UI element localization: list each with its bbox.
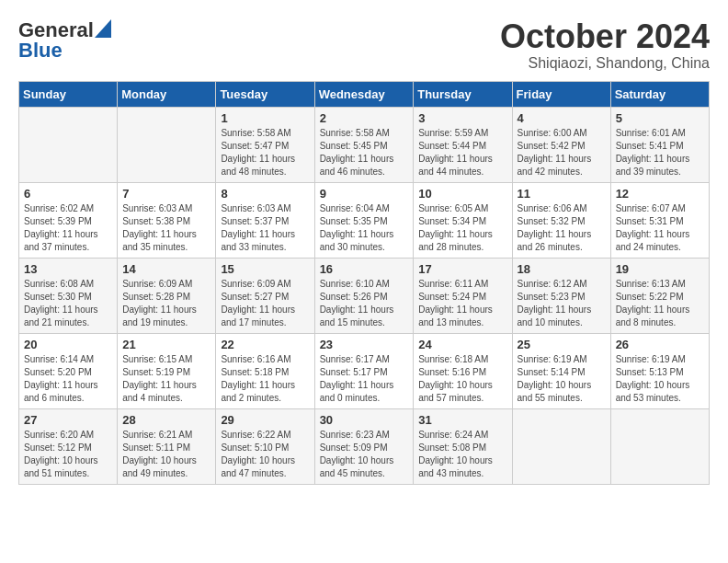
day-number: 31 bbox=[418, 413, 506, 427]
calendar-cell: 17Sunrise: 6:11 AMSunset: 5:24 PMDayligh… bbox=[414, 258, 512, 333]
day-info: Sunrise: 6:22 AMSunset: 5:10 PMDaylight:… bbox=[221, 429, 309, 480]
day-number: 21 bbox=[122, 338, 210, 351]
day-info: Sunrise: 6:23 AMSunset: 5:09 PMDaylight:… bbox=[320, 429, 409, 480]
calendar-cell bbox=[118, 107, 216, 182]
month-title: October 2024 bbox=[500, 18, 710, 55]
day-number: 19 bbox=[616, 262, 704, 276]
calendar-week-row: 27Sunrise: 6:20 AMSunset: 5:12 PMDayligh… bbox=[19, 408, 710, 484]
day-number: 11 bbox=[518, 187, 606, 201]
calendar-cell: 4Sunrise: 6:00 AMSunset: 5:42 PMDaylight… bbox=[512, 107, 610, 182]
day-info: Sunrise: 6:17 AMSunset: 5:17 PMDaylight:… bbox=[320, 353, 409, 405]
calendar-cell: 29Sunrise: 6:22 AMSunset: 5:10 PMDayligh… bbox=[216, 408, 314, 484]
day-number: 10 bbox=[418, 187, 506, 201]
calendar-cell: 23Sunrise: 6:17 AMSunset: 5:17 PMDayligh… bbox=[314, 333, 414, 408]
day-number: 5 bbox=[616, 111, 704, 125]
day-number: 30 bbox=[320, 413, 409, 427]
day-info: Sunrise: 6:04 AMSunset: 5:35 PMDaylight:… bbox=[320, 202, 409, 254]
weekday-header-monday: Monday bbox=[118, 81, 216, 107]
logo: General Blue bbox=[18, 18, 111, 63]
day-info: Sunrise: 6:12 AMSunset: 5:23 PMDaylight:… bbox=[518, 278, 606, 329]
day-info: Sunrise: 6:19 AMSunset: 5:13 PMDaylight:… bbox=[616, 353, 704, 405]
location-title: Shiqiaozi, Shandong, China bbox=[500, 55, 710, 72]
day-number: 1 bbox=[221, 111, 309, 125]
day-number: 12 bbox=[616, 187, 704, 201]
calendar-table: SundayMondayTuesdayWednesdayThursdayFrid… bbox=[18, 81, 710, 485]
day-info: Sunrise: 6:02 AMSunset: 5:39 PMDaylight:… bbox=[24, 202, 112, 254]
day-number: 18 bbox=[518, 262, 606, 276]
calendar-cell bbox=[610, 408, 709, 484]
day-info: Sunrise: 6:07 AMSunset: 5:31 PMDaylight:… bbox=[616, 202, 704, 254]
calendar-cell: 14Sunrise: 6:09 AMSunset: 5:28 PMDayligh… bbox=[118, 258, 216, 333]
day-number: 2 bbox=[320, 111, 409, 125]
calendar-week-row: 1Sunrise: 5:58 AMSunset: 5:47 PMDaylight… bbox=[19, 107, 710, 182]
calendar-cell: 10Sunrise: 6:05 AMSunset: 5:34 PMDayligh… bbox=[414, 182, 512, 258]
day-info: Sunrise: 5:58 AMSunset: 5:45 PMDaylight:… bbox=[320, 127, 409, 178]
day-info: Sunrise: 6:13 AMSunset: 5:22 PMDaylight:… bbox=[616, 278, 704, 329]
day-number: 9 bbox=[320, 187, 409, 201]
day-info: Sunrise: 6:09 AMSunset: 5:28 PMDaylight:… bbox=[122, 278, 210, 329]
weekday-header-row: SundayMondayTuesdayWednesdayThursdayFrid… bbox=[19, 81, 710, 107]
calendar-cell: 1Sunrise: 5:58 AMSunset: 5:47 PMDaylight… bbox=[216, 107, 314, 182]
calendar-cell: 18Sunrise: 6:12 AMSunset: 5:23 PMDayligh… bbox=[512, 258, 610, 333]
day-info: Sunrise: 6:05 AMSunset: 5:34 PMDaylight:… bbox=[418, 202, 506, 254]
svg-marker-0 bbox=[95, 19, 111, 38]
day-info: Sunrise: 6:16 AMSunset: 5:18 PMDaylight:… bbox=[221, 353, 309, 405]
day-info: Sunrise: 6:09 AMSunset: 5:27 PMDaylight:… bbox=[221, 278, 309, 329]
day-info: Sunrise: 6:00 AMSunset: 5:42 PMDaylight:… bbox=[518, 127, 606, 178]
day-info: Sunrise: 6:11 AMSunset: 5:24 PMDaylight:… bbox=[418, 278, 506, 329]
day-number: 23 bbox=[320, 338, 409, 351]
day-number: 22 bbox=[221, 338, 309, 351]
calendar-week-row: 6Sunrise: 6:02 AMSunset: 5:39 PMDaylight… bbox=[19, 182, 710, 258]
day-info: Sunrise: 6:18 AMSunset: 5:16 PMDaylight:… bbox=[418, 353, 506, 405]
day-number: 4 bbox=[518, 111, 606, 125]
day-info: Sunrise: 6:10 AMSunset: 5:26 PMDaylight:… bbox=[320, 278, 409, 329]
day-number: 24 bbox=[418, 338, 506, 351]
calendar-cell: 31Sunrise: 6:24 AMSunset: 5:08 PMDayligh… bbox=[414, 408, 512, 484]
day-number: 15 bbox=[221, 262, 309, 276]
calendar-cell: 20Sunrise: 6:14 AMSunset: 5:20 PMDayligh… bbox=[19, 333, 118, 408]
logo-triangle-icon bbox=[95, 19, 111, 38]
calendar-cell bbox=[19, 107, 118, 182]
day-info: Sunrise: 6:08 AMSunset: 5:30 PMDaylight:… bbox=[24, 278, 112, 329]
calendar-cell: 25Sunrise: 6:19 AMSunset: 5:14 PMDayligh… bbox=[512, 333, 610, 408]
day-number: 6 bbox=[24, 187, 112, 201]
calendar-cell: 6Sunrise: 6:02 AMSunset: 5:39 PMDaylight… bbox=[19, 182, 118, 258]
weekday-header-tuesday: Tuesday bbox=[216, 81, 314, 107]
calendar-cell: 2Sunrise: 5:58 AMSunset: 5:45 PMDaylight… bbox=[314, 107, 414, 182]
day-info: Sunrise: 6:14 AMSunset: 5:20 PMDaylight:… bbox=[24, 353, 112, 405]
calendar-cell: 16Sunrise: 6:10 AMSunset: 5:26 PMDayligh… bbox=[314, 258, 414, 333]
day-number: 7 bbox=[122, 187, 210, 201]
calendar-cell: 7Sunrise: 6:03 AMSunset: 5:38 PMDaylight… bbox=[118, 182, 216, 258]
calendar-cell: 27Sunrise: 6:20 AMSunset: 5:12 PMDayligh… bbox=[19, 408, 118, 484]
day-info: Sunrise: 5:59 AMSunset: 5:44 PMDaylight:… bbox=[418, 127, 506, 178]
day-info: Sunrise: 6:21 AMSunset: 5:11 PMDaylight:… bbox=[122, 429, 210, 480]
calendar-cell: 3Sunrise: 5:59 AMSunset: 5:44 PMDaylight… bbox=[414, 107, 512, 182]
day-info: Sunrise: 6:19 AMSunset: 5:14 PMDaylight:… bbox=[518, 353, 606, 405]
calendar-week-row: 13Sunrise: 6:08 AMSunset: 5:30 PMDayligh… bbox=[19, 258, 710, 333]
day-number: 25 bbox=[518, 338, 606, 351]
day-number: 26 bbox=[616, 338, 704, 351]
title-section: October 2024 Shiqiaozi, Shandong, China bbox=[500, 18, 710, 72]
day-number: 3 bbox=[418, 111, 506, 125]
day-number: 17 bbox=[418, 262, 506, 276]
weekday-header-friday: Friday bbox=[512, 81, 610, 107]
day-number: 27 bbox=[24, 413, 112, 427]
day-number: 8 bbox=[221, 187, 309, 201]
weekday-header-thursday: Thursday bbox=[414, 81, 512, 107]
day-number: 29 bbox=[221, 413, 309, 427]
day-info: Sunrise: 6:06 AMSunset: 5:32 PMDaylight:… bbox=[518, 202, 606, 254]
day-info: Sunrise: 5:58 AMSunset: 5:47 PMDaylight:… bbox=[221, 127, 309, 178]
day-info: Sunrise: 6:20 AMSunset: 5:12 PMDaylight:… bbox=[24, 429, 112, 480]
calendar-cell: 12Sunrise: 6:07 AMSunset: 5:31 PMDayligh… bbox=[610, 182, 709, 258]
logo-blue: Blue bbox=[18, 39, 63, 63]
calendar-cell: 8Sunrise: 6:03 AMSunset: 5:37 PMDaylight… bbox=[216, 182, 314, 258]
day-number: 14 bbox=[122, 262, 210, 276]
calendar-cell: 30Sunrise: 6:23 AMSunset: 5:09 PMDayligh… bbox=[314, 408, 414, 484]
calendar-week-row: 20Sunrise: 6:14 AMSunset: 5:20 PMDayligh… bbox=[19, 333, 710, 408]
day-info: Sunrise: 6:03 AMSunset: 5:38 PMDaylight:… bbox=[122, 202, 210, 254]
calendar-cell: 5Sunrise: 6:01 AMSunset: 5:41 PMDaylight… bbox=[610, 107, 709, 182]
weekday-header-saturday: Saturday bbox=[610, 81, 709, 107]
day-number: 20 bbox=[24, 338, 112, 351]
calendar-cell: 24Sunrise: 6:18 AMSunset: 5:16 PMDayligh… bbox=[414, 333, 512, 408]
calendar-cell bbox=[512, 408, 610, 484]
